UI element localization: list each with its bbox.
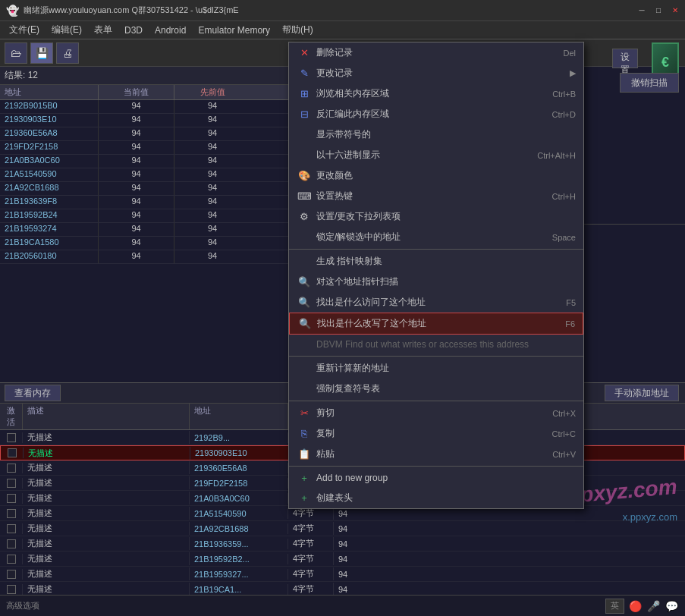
cell-active[interactable] bbox=[0, 584, 23, 595]
table-row[interactable]: 219360E56A8 94 94 bbox=[0, 127, 295, 141]
minimize-button[interactable]: ─ bbox=[635, 4, 649, 17]
ctx-shortcut: F6 bbox=[565, 319, 575, 328]
cell-current: 94 bbox=[99, 223, 174, 236]
status-icon-1: 🔴 bbox=[627, 599, 643, 614]
ctx-shortcut: Ctrl+D bbox=[552, 110, 576, 119]
context-menu-item[interactable]: 🎨 更改颜色 bbox=[289, 165, 583, 186]
table-row[interactable]: 21A51540590 94 94 bbox=[0, 168, 295, 182]
cell-previous: 94 bbox=[174, 168, 250, 181]
table-row[interactable]: 21A0B3A0C60 94 94 bbox=[0, 155, 295, 168]
table-row[interactable]: 21B193639F8 94 94 bbox=[0, 196, 295, 209]
context-menu-item[interactable]: ✕ 删除记录 Del bbox=[289, 42, 583, 63]
cell-addr: 21B1959327... bbox=[190, 569, 288, 580]
menu-edit[interactable]: 编辑(E) bbox=[46, 22, 88, 38]
cell-active[interactable] bbox=[0, 554, 23, 564]
cell-address: 21A51540590 bbox=[0, 168, 99, 181]
context-menu-separator bbox=[289, 466, 583, 467]
context-menu-item[interactable]: 显示带符号的 bbox=[289, 124, 583, 145]
context-menu-item[interactable]: 以十六进制显示 Ctrl+Alt+H bbox=[289, 145, 583, 165]
menu-file[interactable]: 文件(E) bbox=[3, 22, 46, 38]
cell-value: 94 bbox=[334, 523, 379, 534]
settings-btn-label[interactable]: 设置 bbox=[612, 49, 638, 68]
cell-current: 94 bbox=[99, 250, 174, 263]
cell-active[interactable] bbox=[0, 493, 23, 504]
table-row[interactable]: 21B19593274 94 94 bbox=[0, 223, 295, 237]
table-row[interactable]: 21A92CB1688 94 94 bbox=[0, 182, 295, 196]
context-menu-item[interactable]: 重新计算新的地址 bbox=[289, 358, 583, 379]
cell-previous: 94 bbox=[174, 237, 250, 250]
list-item[interactable]: 无描述 21B19CA1... 4字节 94 bbox=[0, 582, 685, 595]
context-menu-item[interactable]: + 创建表头 bbox=[289, 488, 583, 508]
ctx-label: 设置热键 bbox=[316, 190, 537, 203]
cell-value: 94 bbox=[334, 539, 379, 549]
toolbar-btn-2[interactable]: 💾 bbox=[30, 42, 53, 64]
context-menu-item[interactable]: ✎ 更改记录 ▶ bbox=[289, 63, 583, 83]
context-menu-item[interactable]: ✂ 剪切 Ctrl+X bbox=[289, 403, 583, 423]
view-memory-button[interactable]: 查看内存 bbox=[5, 385, 61, 401]
context-menu-item[interactable]: ⌨ 设置热键 Ctrl+H bbox=[289, 186, 583, 206]
context-menu-item[interactable]: ⊟ 反汇编此内存区域 Ctrl+D bbox=[289, 104, 583, 124]
table-row[interactable]: 21B19CA1580 94 94 bbox=[0, 237, 295, 250]
cell-active[interactable] bbox=[0, 478, 23, 489]
list-item[interactable]: 无描述 21B19592B2... 4字节 94 bbox=[0, 552, 685, 567]
ctx-icon: ⊟ bbox=[297, 108, 312, 120]
cell-type: 4字节 bbox=[288, 567, 334, 580]
context-menu-item[interactable]: ⊞ 浏览相关内存区域 Ctrl+B bbox=[289, 83, 583, 104]
cell-address: 219360E56A8 bbox=[0, 127, 99, 140]
cell-active[interactable] bbox=[0, 523, 23, 534]
list-item[interactable]: 无描述 21A92CB1688 4字节 94 bbox=[0, 521, 685, 536]
table-row[interactable]: 21B20560180 94 94 bbox=[0, 250, 295, 264]
menu-emulator-memory[interactable]: Emulator Memory bbox=[192, 24, 276, 37]
ctx-label: 更改记录 bbox=[316, 67, 555, 80]
maximize-button[interactable]: □ bbox=[652, 4, 665, 17]
context-menu-item[interactable]: 📋 粘贴 Ctrl+V bbox=[289, 444, 583, 464]
table-row[interactable]: 21930903E10 94 94 bbox=[0, 114, 295, 127]
cell-current: 94 bbox=[99, 127, 174, 140]
cell-active[interactable] bbox=[0, 508, 23, 519]
cell-current: 94 bbox=[99, 182, 174, 195]
cell-active[interactable] bbox=[0, 539, 23, 549]
ctx-shortcut: Del bbox=[563, 49, 576, 58]
ctx-icon: 📋 bbox=[297, 448, 312, 460]
context-menu-item[interactable]: 🔍 找出是什么访问了这个地址 F5 bbox=[289, 292, 583, 313]
ctx-label: 删除记录 bbox=[316, 46, 548, 59]
context-menu-separator bbox=[289, 249, 583, 250]
cell-active[interactable] bbox=[0, 432, 23, 443]
list-item[interactable]: 无描述 21B1936359... 4字节 94 bbox=[0, 536, 685, 552]
context-menu-item[interactable]: + Add to new group bbox=[289, 468, 583, 488]
cell-address: 21A92CB1688 bbox=[0, 182, 99, 195]
menu-table[interactable]: 表单 bbox=[88, 22, 118, 38]
cell-previous: 94 bbox=[174, 141, 250, 154]
cell-current: 94 bbox=[99, 168, 174, 181]
window-controls: ─ □ ✕ bbox=[635, 4, 682, 17]
table-row[interactable]: 219FD2F2158 94 94 bbox=[0, 141, 295, 155]
table-row[interactable]: 21B19592B24 94 94 bbox=[0, 209, 295, 223]
close-button[interactable]: ✕ bbox=[668, 4, 682, 17]
cell-active[interactable] bbox=[1, 448, 24, 458]
add-address-button[interactable]: 手动添加地址 bbox=[605, 385, 679, 401]
table-row[interactable]: 2192B9015B0 94 94 bbox=[0, 100, 295, 114]
cancel-scan-button[interactable]: 撤销扫描 bbox=[620, 73, 679, 93]
context-menu-item[interactable]: ⎘ 复制 Ctrl+C bbox=[289, 423, 583, 444]
ctx-icon: 🔍 bbox=[297, 318, 313, 329]
menu-android[interactable]: Android bbox=[149, 24, 192, 37]
cell-current: 94 bbox=[99, 237, 174, 250]
toolbar-btn-1[interactable]: 🗁 bbox=[5, 42, 27, 64]
cell-active[interactable] bbox=[0, 463, 23, 473]
context-menu-item[interactable]: ⚙ 设置/更改下拉列表项 bbox=[289, 206, 583, 227]
context-menu-item[interactable]: 🔍 对这个地址指针扫描 bbox=[289, 272, 583, 292]
menu-d3d[interactable]: D3D bbox=[118, 24, 149, 37]
menu-help[interactable]: 帮助(H) bbox=[276, 22, 319, 38]
cell-active[interactable] bbox=[0, 569, 23, 580]
context-menu-item[interactable]: 锁定/解锁选中的地址 Space bbox=[289, 227, 583, 247]
list-item[interactable]: 无描述 21B1959327... 4字节 94 bbox=[0, 567, 685, 582]
cell-previous: 94 bbox=[174, 250, 250, 263]
context-menu-item[interactable]: 强制复查符号表 bbox=[289, 379, 583, 399]
cell-value: 94 bbox=[334, 584, 379, 595]
context-menu-item[interactable]: 生成 指针映射集 bbox=[289, 251, 583, 272]
toolbar-btn-3[interactable]: 🖨 bbox=[56, 42, 79, 64]
cell-previous: 94 bbox=[174, 182, 250, 195]
context-menu-item[interactable]: 🔍 找出是什么改写了这个地址 F6 bbox=[289, 313, 583, 335]
cell-previous: 94 bbox=[174, 114, 250, 127]
status-bar: 高级选项 英 🔴 🎤 💬 bbox=[0, 595, 685, 616]
